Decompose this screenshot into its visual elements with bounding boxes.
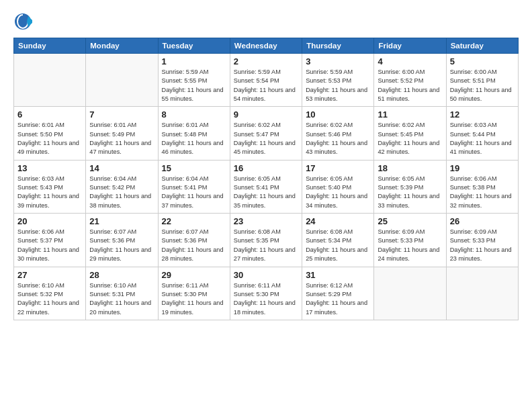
week-row-1: 1Sunrise: 5:59 AM Sunset: 5:55 PM Daylig… — [14, 54, 519, 107]
calendar-cell: 13Sunrise: 6:03 AM Sunset: 5:43 PM Dayli… — [14, 160, 86, 213]
calendar-cell: 11Sunrise: 6:02 AM Sunset: 5:45 PM Dayli… — [374, 107, 446, 160]
day-number: 26 — [450, 216, 515, 226]
week-row-2: 6Sunrise: 6:01 AM Sunset: 5:50 PM Daylig… — [14, 107, 519, 160]
calendar-cell: 14Sunrise: 6:04 AM Sunset: 5:42 PM Dayli… — [86, 160, 158, 213]
calendar-cell: 24Sunrise: 6:08 AM Sunset: 5:34 PM Dayli… — [302, 214, 374, 267]
week-row-5: 27Sunrise: 6:10 AM Sunset: 5:32 PM Dayli… — [14, 267, 519, 320]
day-number: 5 — [450, 56, 515, 66]
calendar-cell: 28Sunrise: 6:10 AM Sunset: 5:31 PM Dayli… — [86, 267, 158, 320]
cell-content: Sunrise: 6:04 AM Sunset: 5:41 PM Dayligh… — [162, 175, 226, 210]
cell-content: Sunrise: 6:05 AM Sunset: 5:40 PM Dayligh… — [306, 175, 370, 210]
calendar-header-saturday: Saturday — [446, 38, 518, 54]
calendar-cell: 19Sunrise: 6:06 AM Sunset: 5:38 PM Dayli… — [446, 160, 518, 213]
day-number: 10 — [306, 109, 370, 120]
calendar-cell — [374, 267, 446, 320]
day-number: 1 — [162, 56, 226, 66]
calendar-cell: 10Sunrise: 6:02 AM Sunset: 5:46 PM Dayli… — [302, 107, 374, 160]
calendar-cell: 3Sunrise: 5:59 AM Sunset: 5:53 PM Daylig… — [302, 54, 374, 107]
day-number: 3 — [306, 56, 370, 66]
calendar-cell — [446, 267, 518, 320]
cell-content: Sunrise: 6:01 AM Sunset: 5:49 PM Dayligh… — [89, 121, 154, 156]
cell-content: Sunrise: 6:11 AM Sunset: 5:30 PM Dayligh… — [234, 281, 298, 317]
calendar-header-tuesday: Tuesday — [158, 38, 230, 54]
calendar-cell: 23Sunrise: 6:08 AM Sunset: 5:35 PM Dayli… — [230, 214, 302, 267]
calendar-header-monday: Monday — [86, 38, 158, 54]
day-number: 15 — [162, 163, 226, 173]
day-number: 16 — [234, 163, 298, 173]
cell-content: Sunrise: 6:03 AM Sunset: 5:43 PM Dayligh… — [17, 175, 82, 210]
week-row-4: 20Sunrise: 6:06 AM Sunset: 5:37 PM Dayli… — [14, 214, 519, 267]
cell-content: Sunrise: 6:11 AM Sunset: 5:30 PM Dayligh… — [162, 281, 226, 317]
calendar-cell: 9Sunrise: 6:02 AM Sunset: 5:47 PM Daylig… — [230, 107, 302, 160]
calendar-cell: 8Sunrise: 6:01 AM Sunset: 5:48 PM Daylig… — [158, 107, 230, 160]
calendar-cell: 7Sunrise: 6:01 AM Sunset: 5:49 PM Daylig… — [86, 107, 158, 160]
calendar-cell: 2Sunrise: 5:59 AM Sunset: 5:54 PM Daylig… — [230, 54, 302, 107]
day-number: 29 — [162, 270, 226, 280]
day-number: 20 — [17, 216, 82, 226]
calendar-cell: 31Sunrise: 6:12 AM Sunset: 5:29 PM Dayli… — [302, 267, 374, 320]
calendar-cell: 26Sunrise: 6:09 AM Sunset: 5:33 PM Dayli… — [446, 214, 518, 267]
day-number: 18 — [378, 163, 442, 173]
calendar-cell: 21Sunrise: 6:07 AM Sunset: 5:36 PM Dayli… — [86, 214, 158, 267]
day-number: 9 — [234, 109, 298, 120]
calendar-cell: 12Sunrise: 6:03 AM Sunset: 5:44 PM Dayli… — [446, 107, 518, 160]
logo — [13, 12, 35, 31]
calendar-header-friday: Friday — [374, 38, 446, 54]
week-row-3: 13Sunrise: 6:03 AM Sunset: 5:43 PM Dayli… — [14, 160, 519, 213]
cell-content: Sunrise: 6:06 AM Sunset: 5:38 PM Dayligh… — [450, 175, 515, 210]
day-number: 4 — [378, 56, 442, 66]
cell-content: Sunrise: 6:04 AM Sunset: 5:42 PM Dayligh… — [89, 175, 154, 210]
cell-content: Sunrise: 6:05 AM Sunset: 5:41 PM Dayligh… — [234, 175, 298, 210]
calendar-cell: 22Sunrise: 6:07 AM Sunset: 5:36 PM Dayli… — [158, 214, 230, 267]
day-number: 27 — [17, 270, 82, 280]
calendar-header-wednesday: Wednesday — [230, 38, 302, 54]
day-number: 8 — [162, 109, 226, 120]
cell-content: Sunrise: 6:01 AM Sunset: 5:50 PM Dayligh… — [17, 121, 82, 156]
day-number: 13 — [17, 163, 82, 173]
logo-icon — [13, 12, 32, 31]
cell-content: Sunrise: 6:10 AM Sunset: 5:32 PM Dayligh… — [17, 281, 82, 317]
calendar-cell: 30Sunrise: 6:11 AM Sunset: 5:30 PM Dayli… — [230, 267, 302, 320]
calendar-cell: 16Sunrise: 6:05 AM Sunset: 5:41 PM Dayli… — [230, 160, 302, 213]
calendar-cell — [14, 54, 86, 107]
calendar-cell: 15Sunrise: 6:04 AM Sunset: 5:41 PM Dayli… — [158, 160, 230, 213]
cell-content: Sunrise: 6:07 AM Sunset: 5:36 PM Dayligh… — [89, 228, 154, 263]
cell-content: Sunrise: 6:00 AM Sunset: 5:52 PM Dayligh… — [378, 68, 442, 103]
calendar-cell: 17Sunrise: 6:05 AM Sunset: 5:40 PM Dayli… — [302, 160, 374, 213]
calendar-cell: 6Sunrise: 6:01 AM Sunset: 5:50 PM Daylig… — [14, 107, 86, 160]
page: SundayMondayTuesdayWednesdayThursdayFrid… — [0, 0, 532, 411]
cell-content: Sunrise: 5:59 AM Sunset: 5:54 PM Dayligh… — [234, 68, 298, 103]
cell-content: Sunrise: 6:02 AM Sunset: 5:46 PM Dayligh… — [306, 121, 370, 156]
cell-content: Sunrise: 6:03 AM Sunset: 5:44 PM Dayligh… — [450, 121, 515, 156]
cell-content: Sunrise: 6:00 AM Sunset: 5:51 PM Dayligh… — [450, 68, 515, 103]
cell-content: Sunrise: 6:10 AM Sunset: 5:31 PM Dayligh… — [89, 281, 154, 317]
calendar-cell: 25Sunrise: 6:09 AM Sunset: 5:33 PM Dayli… — [374, 214, 446, 267]
calendar-cell: 4Sunrise: 6:00 AM Sunset: 5:52 PM Daylig… — [374, 54, 446, 107]
calendar: SundayMondayTuesdayWednesdayThursdayFrid… — [13, 38, 519, 320]
day-number: 2 — [234, 56, 298, 66]
calendar-cell: 20Sunrise: 6:06 AM Sunset: 5:37 PM Dayli… — [14, 214, 86, 267]
calendar-cell: 27Sunrise: 6:10 AM Sunset: 5:32 PM Dayli… — [14, 267, 86, 320]
cell-content: Sunrise: 6:12 AM Sunset: 5:29 PM Dayligh… — [306, 281, 370, 317]
day-number: 30 — [234, 270, 298, 280]
day-number: 28 — [89, 270, 154, 280]
cell-content: Sunrise: 6:09 AM Sunset: 5:33 PM Dayligh… — [378, 228, 442, 263]
cell-content: Sunrise: 6:02 AM Sunset: 5:47 PM Dayligh… — [234, 121, 298, 156]
day-number: 22 — [162, 216, 226, 226]
cell-content: Sunrise: 6:07 AM Sunset: 5:36 PM Dayligh… — [162, 228, 226, 263]
day-number: 11 — [378, 109, 442, 120]
calendar-cell: 29Sunrise: 6:11 AM Sunset: 5:30 PM Dayli… — [158, 267, 230, 320]
header — [13, 12, 519, 31]
day-number: 19 — [450, 163, 515, 173]
day-number: 12 — [450, 109, 515, 120]
day-number: 17 — [306, 163, 370, 173]
cell-content: Sunrise: 6:06 AM Sunset: 5:37 PM Dayligh… — [17, 228, 82, 263]
calendar-cell — [86, 54, 158, 107]
cell-content: Sunrise: 6:02 AM Sunset: 5:45 PM Dayligh… — [378, 121, 442, 156]
day-number: 21 — [89, 216, 154, 226]
day-number: 7 — [89, 109, 154, 120]
calendar-header-sunday: Sunday — [14, 38, 86, 54]
cell-content: Sunrise: 5:59 AM Sunset: 5:53 PM Dayligh… — [306, 68, 370, 103]
cell-content: Sunrise: 5:59 AM Sunset: 5:55 PM Dayligh… — [162, 68, 226, 103]
calendar-cell: 18Sunrise: 6:05 AM Sunset: 5:39 PM Dayli… — [374, 160, 446, 213]
